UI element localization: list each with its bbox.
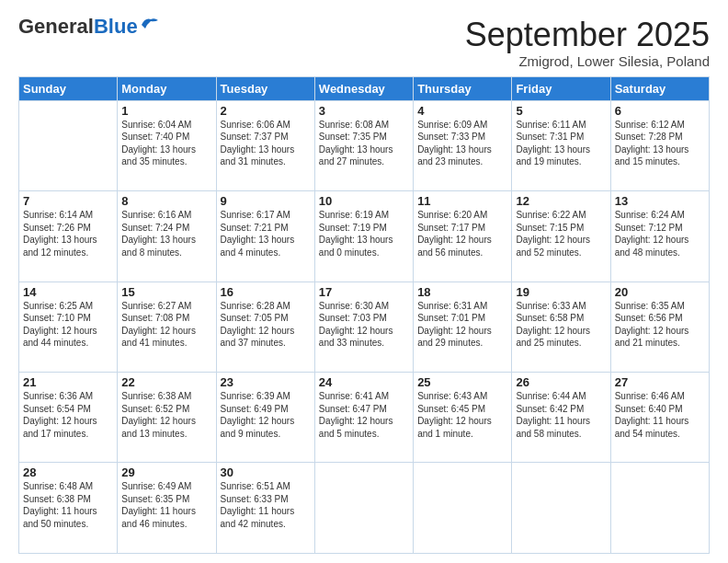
- day-info: Sunrise: 6:43 AMSunset: 6:45 PMDaylight:…: [417, 390, 507, 440]
- calendar-cell: 17Sunrise: 6:30 AMSunset: 7:03 PMDayligh…: [314, 282, 413, 372]
- calendar-cell: 9Sunrise: 6:17 AMSunset: 7:21 PMDaylight…: [216, 191, 314, 282]
- header-saturday: Saturday: [610, 76, 709, 100]
- day-number: 25: [417, 375, 507, 389]
- day-info: Sunrise: 6:17 AMSunset: 7:21 PMDaylight:…: [221, 209, 311, 259]
- logo-general: GeneralBlue: [18, 17, 138, 37]
- day-number: 5: [516, 104, 606, 118]
- day-info: Sunrise: 6:19 AMSunset: 7:19 PMDaylight:…: [319, 209, 409, 259]
- day-info: Sunrise: 6:04 AMSunset: 7:40 PMDaylight:…: [121, 119, 211, 168]
- day-info: Sunrise: 6:06 AMSunset: 7:37 PMDaylight:…: [221, 119, 311, 168]
- day-number: 30: [221, 465, 311, 479]
- day-info: Sunrise: 6:14 AMSunset: 7:26 PMDaylight:…: [23, 209, 113, 259]
- calendar-cell: 18Sunrise: 6:31 AMSunset: 7:01 PMDayligh…: [414, 282, 512, 372]
- day-number: 13: [615, 194, 705, 208]
- day-number: 1: [121, 104, 211, 118]
- calendar-cell: [512, 463, 610, 554]
- day-number: 16: [221, 285, 311, 299]
- calendar-cell: [19, 100, 118, 190]
- calendar-cell: 14Sunrise: 6:25 AMSunset: 7:10 PMDayligh…: [19, 282, 118, 372]
- calendar-cell: 24Sunrise: 6:41 AMSunset: 6:47 PMDayligh…: [314, 373, 413, 463]
- calendar-cell: 21Sunrise: 6:36 AMSunset: 6:54 PMDayligh…: [19, 373, 118, 463]
- day-number: 3: [319, 104, 409, 118]
- day-number: 9: [221, 194, 311, 208]
- day-info: Sunrise: 6:09 AMSunset: 7:33 PMDaylight:…: [417, 119, 507, 168]
- day-info: Sunrise: 6:38 AMSunset: 6:52 PMDaylight:…: [121, 390, 211, 440]
- calendar-cell: 15Sunrise: 6:27 AMSunset: 7:08 PMDayligh…: [118, 282, 216, 372]
- calendar-cell: 4Sunrise: 6:09 AMSunset: 7:33 PMDaylight…: [414, 100, 512, 190]
- month-title: September 2025: [465, 17, 710, 53]
- day-info: Sunrise: 6:12 AMSunset: 7:28 PMDaylight:…: [615, 119, 705, 168]
- day-info: Sunrise: 6:30 AMSunset: 7:03 PMDaylight:…: [319, 300, 409, 350]
- day-number: 24: [319, 375, 409, 389]
- calendar-week-0: 1Sunrise: 6:04 AMSunset: 7:40 PMDaylight…: [19, 100, 710, 190]
- day-number: 19: [516, 285, 606, 299]
- calendar-cell: 2Sunrise: 6:06 AMSunset: 7:37 PMDaylight…: [216, 100, 314, 190]
- calendar-cell: 6Sunrise: 6:12 AMSunset: 7:28 PMDaylight…: [610, 100, 709, 190]
- header-friday: Friday: [512, 76, 610, 100]
- day-info: Sunrise: 6:25 AMSunset: 7:10 PMDaylight:…: [23, 300, 113, 350]
- calendar-cell: [414, 463, 512, 554]
- page: GeneralBlue September 2025 Zmigrod, Lowe…: [0, 0, 728, 563]
- day-number: 21: [23, 375, 113, 389]
- day-info: Sunrise: 6:48 AMSunset: 6:38 PMDaylight:…: [23, 480, 113, 530]
- day-number: 10: [319, 194, 409, 208]
- calendar-cell: 1Sunrise: 6:04 AMSunset: 7:40 PMDaylight…: [118, 100, 216, 190]
- day-info: Sunrise: 6:36 AMSunset: 6:54 PMDaylight:…: [23, 390, 113, 440]
- day-number: 14: [23, 285, 113, 299]
- calendar-cell: 27Sunrise: 6:46 AMSunset: 6:40 PMDayligh…: [610, 373, 709, 463]
- day-info: Sunrise: 6:51 AMSunset: 6:33 PMDaylight:…: [221, 480, 311, 530]
- header-tuesday: Tuesday: [216, 76, 314, 100]
- calendar-cell: 25Sunrise: 6:43 AMSunset: 6:45 PMDayligh…: [414, 373, 512, 463]
- calendar-cell: 11Sunrise: 6:20 AMSunset: 7:17 PMDayligh…: [414, 191, 512, 282]
- calendar-cell: 26Sunrise: 6:44 AMSunset: 6:42 PMDayligh…: [512, 373, 610, 463]
- day-number: 7: [23, 194, 113, 208]
- calendar-cell: 23Sunrise: 6:39 AMSunset: 6:49 PMDayligh…: [216, 373, 314, 463]
- day-info: Sunrise: 6:16 AMSunset: 7:24 PMDaylight:…: [121, 209, 211, 259]
- calendar-week-1: 7Sunrise: 6:14 AMSunset: 7:26 PMDaylight…: [19, 191, 710, 282]
- calendar-cell: 20Sunrise: 6:35 AMSunset: 6:56 PMDayligh…: [610, 282, 709, 372]
- logo: GeneralBlue: [18, 17, 160, 37]
- day-info: Sunrise: 6:44 AMSunset: 6:42 PMDaylight:…: [516, 390, 606, 440]
- calendar-cell: 22Sunrise: 6:38 AMSunset: 6:52 PMDayligh…: [118, 373, 216, 463]
- logo-bird-icon: [140, 16, 160, 32]
- calendar-cell: 12Sunrise: 6:22 AMSunset: 7:15 PMDayligh…: [512, 191, 610, 282]
- calendar-cell: 8Sunrise: 6:16 AMSunset: 7:24 PMDaylight…: [118, 191, 216, 282]
- day-number: 20: [615, 285, 705, 299]
- header-wednesday: Wednesday: [314, 76, 413, 100]
- day-number: 28: [23, 465, 113, 479]
- day-number: 29: [121, 465, 211, 479]
- day-info: Sunrise: 6:49 AMSunset: 6:35 PMDaylight:…: [121, 480, 211, 530]
- calendar-cell: 5Sunrise: 6:11 AMSunset: 7:31 PMDaylight…: [512, 100, 610, 190]
- title-block: September 2025 Zmigrod, Lower Silesia, P…: [465, 17, 710, 69]
- calendar-cell: 30Sunrise: 6:51 AMSunset: 6:33 PMDayligh…: [216, 463, 314, 554]
- day-info: Sunrise: 6:22 AMSunset: 7:15 PMDaylight:…: [516, 209, 606, 259]
- calendar-cell: [610, 463, 709, 554]
- day-info: Sunrise: 6:46 AMSunset: 6:40 PMDaylight:…: [615, 390, 705, 440]
- calendar-cell: 29Sunrise: 6:49 AMSunset: 6:35 PMDayligh…: [118, 463, 216, 554]
- day-number: 2: [221, 104, 311, 118]
- calendar-cell: 19Sunrise: 6:33 AMSunset: 6:58 PMDayligh…: [512, 282, 610, 372]
- calendar-cell: 28Sunrise: 6:48 AMSunset: 6:38 PMDayligh…: [19, 463, 118, 554]
- day-number: 4: [417, 104, 507, 118]
- day-number: 27: [615, 375, 705, 389]
- day-number: 22: [121, 375, 211, 389]
- calendar-cell: 3Sunrise: 6:08 AMSunset: 7:35 PMDaylight…: [314, 100, 413, 190]
- calendar-cell: 13Sunrise: 6:24 AMSunset: 7:12 PMDayligh…: [610, 191, 709, 282]
- day-info: Sunrise: 6:08 AMSunset: 7:35 PMDaylight:…: [319, 119, 409, 168]
- weekday-header-row: Sunday Monday Tuesday Wednesday Thursday…: [19, 76, 710, 100]
- calendar-week-3: 21Sunrise: 6:36 AMSunset: 6:54 PMDayligh…: [19, 373, 710, 463]
- day-number: 18: [417, 285, 507, 299]
- day-info: Sunrise: 6:11 AMSunset: 7:31 PMDaylight:…: [516, 119, 606, 168]
- calendar-week-2: 14Sunrise: 6:25 AMSunset: 7:10 PMDayligh…: [19, 282, 710, 372]
- day-number: 23: [221, 375, 311, 389]
- calendar-week-4: 28Sunrise: 6:48 AMSunset: 6:38 PMDayligh…: [19, 463, 710, 554]
- day-info: Sunrise: 6:24 AMSunset: 7:12 PMDaylight:…: [615, 209, 705, 259]
- calendar-cell: [314, 463, 413, 554]
- day-info: Sunrise: 6:28 AMSunset: 7:05 PMDaylight:…: [221, 300, 311, 350]
- header-thursday: Thursday: [414, 76, 512, 100]
- day-info: Sunrise: 6:20 AMSunset: 7:17 PMDaylight:…: [417, 209, 507, 259]
- day-number: 12: [516, 194, 606, 208]
- header-monday: Monday: [118, 76, 216, 100]
- day-number: 15: [121, 285, 211, 299]
- calendar-table: Sunday Monday Tuesday Wednesday Thursday…: [18, 76, 710, 554]
